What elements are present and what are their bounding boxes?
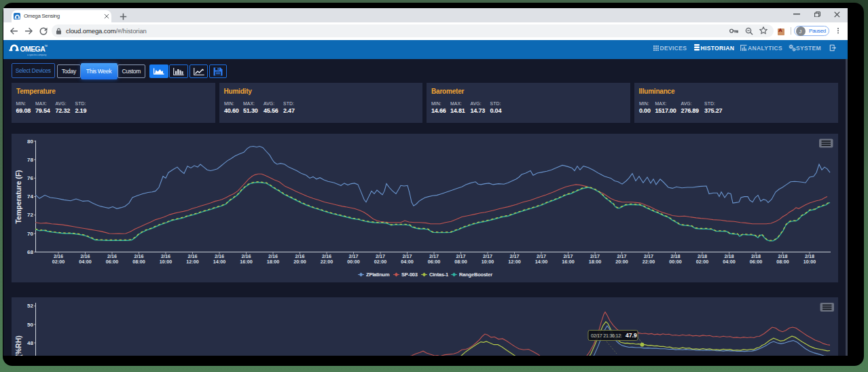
svg-text:52: 52: [27, 303, 33, 309]
svg-text:04:00: 04:00: [79, 259, 91, 265]
svg-text:10:00: 10:00: [482, 259, 494, 265]
svg-text:22:00: 22:00: [643, 259, 655, 265]
svg-text:a spectris company: a spectris company: [27, 54, 47, 56]
svg-text:72: 72: [27, 212, 33, 218]
svg-text:18:00: 18:00: [589, 259, 601, 265]
svg-text:08:00: 08:00: [454, 259, 467, 265]
svg-text:06:00: 06:00: [428, 259, 440, 265]
svg-text:02:00: 02:00: [696, 259, 708, 265]
svg-text:50: 50: [27, 322, 33, 328]
svg-text:14:00: 14:00: [535, 259, 547, 265]
svg-text:RangeBooster: RangeBooster: [459, 272, 492, 278]
svg-text:76: 76: [27, 175, 33, 181]
svg-text:(%RH): (%RH): [14, 335, 22, 356]
svg-text:20:00: 20:00: [293, 259, 306, 265]
svg-text:68: 68: [27, 249, 33, 255]
svg-text:04:00: 04:00: [401, 259, 413, 265]
svg-text:78: 78: [27, 157, 33, 163]
svg-text:00:00: 00:00: [347, 259, 359, 265]
svg-text:04:00: 04:00: [723, 259, 735, 265]
svg-text:02:00: 02:00: [52, 259, 65, 265]
svg-text:Temperature (F): Temperature (F): [14, 170, 22, 223]
svg-text:08:00: 08:00: [132, 259, 145, 265]
svg-text:SP-003: SP-003: [401, 272, 418, 278]
svg-text:00:00: 00:00: [669, 259, 681, 265]
svg-text:47.9: 47.9: [626, 332, 637, 339]
svg-text:14:00: 14:00: [213, 259, 225, 265]
svg-text:06:00: 06:00: [106, 259, 118, 265]
svg-text:ZPlatinum: ZPlatinum: [366, 272, 390, 278]
svg-text:70: 70: [27, 231, 33, 237]
svg-text:08:00: 08:00: [776, 259, 789, 265]
svg-text:22:00: 22:00: [321, 259, 333, 265]
svg-text:48: 48: [27, 340, 33, 346]
svg-text:16:00: 16:00: [562, 259, 574, 265]
svg-text:10:00: 10:00: [803, 259, 816, 265]
svg-text:02:00: 02:00: [374, 259, 386, 265]
svg-text:TM: TM: [45, 45, 48, 48]
svg-text:20:00: 20:00: [615, 259, 628, 265]
svg-text:12:00: 12:00: [186, 259, 198, 265]
svg-text:74: 74: [27, 193, 33, 200]
svg-text:02/17 21:36:12:: 02/17 21:36:12:: [591, 333, 622, 338]
svg-text:06:00: 06:00: [750, 259, 762, 265]
svg-text:18:00: 18:00: [267, 259, 279, 265]
svg-text:OMEGA: OMEGA: [20, 45, 46, 53]
svg-text:16:00: 16:00: [240, 259, 252, 265]
svg-text:80: 80: [27, 138, 33, 145]
svg-text:Cintas-1: Cintas-1: [429, 272, 448, 278]
svg-text:10:00: 10:00: [160, 259, 172, 265]
svg-text:12:00: 12:00: [508, 259, 520, 265]
